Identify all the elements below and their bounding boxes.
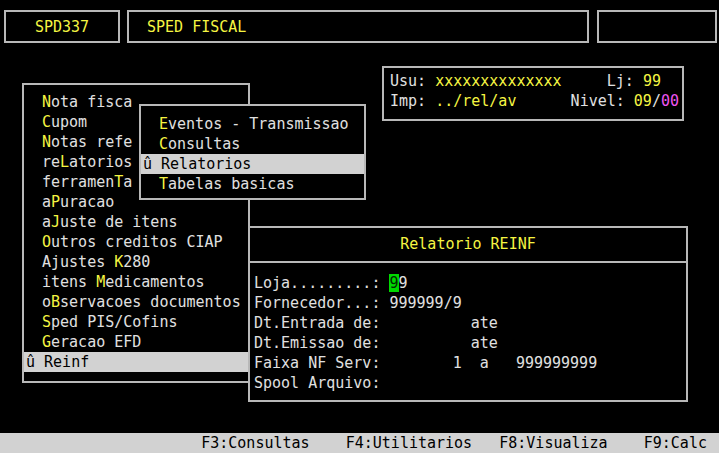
field-label: Spool Arquivo: xyxy=(254,374,380,392)
hotkey-letter: M xyxy=(96,273,105,291)
item-label: onsultas xyxy=(168,135,240,153)
menu-item-geracao-efd[interactable]: Geracao EFD xyxy=(24,332,248,352)
hotkey-letter: N xyxy=(42,133,51,151)
hotkey-letter: C xyxy=(42,113,51,131)
submenu-item-relatorios[interactable]: û Relatorios xyxy=(141,154,364,174)
item-label: re xyxy=(42,153,60,171)
field-label: Faixa NF Serv: 1 a 999999999 xyxy=(254,354,597,372)
level-separator: / xyxy=(652,92,661,110)
menu-item-reinf[interactable]: û Reinf xyxy=(24,352,248,372)
store-value: 99 xyxy=(643,72,661,90)
hotkey-letter: L xyxy=(60,153,69,171)
item-label: upom xyxy=(51,113,87,131)
program-code: SPD337 xyxy=(35,17,89,37)
user-value: xxxxxxxxxxxxxx xyxy=(435,72,561,90)
item-label: a xyxy=(42,213,51,231)
app-title: SPED FISCAL xyxy=(147,17,246,37)
menu-item-ajuste-de-itens[interactable]: aJuste de itens xyxy=(24,212,248,232)
item-label: itens xyxy=(42,273,96,291)
program-code-box: SPD337 xyxy=(4,10,120,43)
item-label: Ajustes xyxy=(42,253,114,271)
menu-item-observacoes-documentos[interactable]: oBservacoes documentos xyxy=(24,292,248,312)
dialog-divider xyxy=(250,261,686,263)
item-label: ventos - Transmissao xyxy=(168,115,349,133)
item-label: utros creditos CIAP xyxy=(51,233,223,251)
hotkey-letter: T xyxy=(159,175,168,193)
dialog-field-fornecedor[interactable]: Fornecedor...: 999999/9 xyxy=(254,293,686,313)
item-label: abelas basicas xyxy=(168,175,294,193)
submenu-item-consultas[interactable]: Consultas xyxy=(141,134,364,154)
fkey-f4-utilitarios: F4:Utilitarios xyxy=(346,434,472,452)
fkey-f9-calc: F9:Calc xyxy=(644,434,707,452)
hotkey-letter: E xyxy=(159,115,168,133)
hotkey-letter: K xyxy=(114,253,123,271)
hotkey-letter: C xyxy=(159,135,168,153)
item-label: ota fisca xyxy=(51,93,132,111)
dialog-field-dt-entrada-de[interactable]: Dt.Entrada de: ate xyxy=(254,313,686,333)
submenu-item-eventos-transmissao[interactable]: Eventos - Transmissao xyxy=(141,114,364,134)
field-label: Fornecedor...: 999999/9 xyxy=(254,294,462,312)
item-label: eracao EFD xyxy=(51,333,141,351)
item-label: uste de itens xyxy=(60,213,177,231)
level-label: Nivel: xyxy=(516,92,633,110)
level-sub: 00 xyxy=(661,92,679,110)
field-label: Dt.Entrada de: ate xyxy=(254,314,498,332)
menu-item-ajustes-k280[interactable]: Ajustes K280 xyxy=(24,252,248,272)
submenu: Eventos - TransmissaoConsultasû Relatori… xyxy=(139,104,366,200)
hotkey-letter: N xyxy=(42,93,51,111)
menu-item-sped-pis-cofins[interactable]: Sped PIS/Cofins xyxy=(24,312,248,332)
hotkey-letter: T xyxy=(114,173,123,191)
header-empty-box xyxy=(597,10,717,43)
printer-label: Imp: xyxy=(390,92,435,110)
menu-item-itens-medicamentos[interactable]: itens Medicamentos xyxy=(24,272,248,292)
level-main: 09 xyxy=(634,92,652,110)
item-label: a xyxy=(42,193,51,211)
dialog-fields: Loja.........: 99Fornecedor...: 999999/9… xyxy=(250,273,686,393)
session-printer-line: Imp: ../rel/av Nivel: 09/00 xyxy=(390,91,682,111)
dialog-field-faixa-nf-serv[interactable]: Faixa NF Serv: 1 a 999999999 xyxy=(254,353,686,373)
item-label: edicamentos xyxy=(105,273,204,291)
dialog-field-dt-emissao-de[interactable]: Dt.Emissao de: ate xyxy=(254,333,686,353)
item-label: otas refe xyxy=(51,133,132,151)
fkey-f8-visualiza: F8:Visualiza xyxy=(499,434,607,452)
session-user-line: Usu: xxxxxxxxxxxxxx Lj: 99 xyxy=(390,71,682,91)
session-info-box: Usu: xxxxxxxxxxxxxx Lj: 99 Imp: ../rel/a… xyxy=(382,66,684,121)
item-label: uracao xyxy=(60,193,114,211)
hotkey-letter: S xyxy=(42,313,51,331)
dialog-field-loja[interactable]: Loja.........: 99 xyxy=(254,273,686,293)
app-title-box: SPED FISCAL xyxy=(127,10,589,43)
item-label: o xyxy=(42,293,51,311)
field-label: Dt.Emissao de: ate xyxy=(254,334,498,352)
submenu-item-tabelas-basicas[interactable]: Tabelas basicas xyxy=(141,174,364,194)
field-value: 9 xyxy=(399,274,408,292)
hotkey-letter: J xyxy=(51,213,60,231)
hotkey-letter: P xyxy=(51,193,60,211)
terminal-screen: SPD337 SPED FISCAL Usu: xxxxxxxxxxxxxx L… xyxy=(0,0,719,453)
item-label: servacoes documentos xyxy=(60,293,241,311)
printer-value: ../rel/av xyxy=(435,92,516,110)
dialog-title: Relatorio REINF xyxy=(250,234,686,254)
hotkey-letter: O xyxy=(42,233,51,251)
item-label: ped PIS/Cofins xyxy=(51,313,177,331)
hotkey-letter: G xyxy=(42,333,51,351)
field-label: Loja.........: xyxy=(254,274,389,292)
store-label: Lj: xyxy=(562,72,643,90)
item-label: a xyxy=(123,173,132,191)
item-label: 280 xyxy=(123,253,150,271)
item-label: ferramen xyxy=(42,173,114,191)
fkey-f3-consultas: F3:Consultas xyxy=(201,434,309,452)
function-key-bar: F3:Consultas F4:Utilitarios F8:Visualiza… xyxy=(0,433,719,453)
dialog-field-spool-arquivo[interactable]: Spool Arquivo: xyxy=(254,373,686,393)
reinf-report-dialog: Relatorio REINF Loja.........: 99Fornece… xyxy=(248,226,688,402)
hotkey-letter: B xyxy=(51,293,60,311)
user-label: Usu: xyxy=(390,72,435,90)
menu-item-outros-creditos-ciap[interactable]: Outros creditos CIAP xyxy=(24,232,248,252)
text-cursor: 9 xyxy=(389,274,398,292)
item-label: atorios xyxy=(69,153,132,171)
